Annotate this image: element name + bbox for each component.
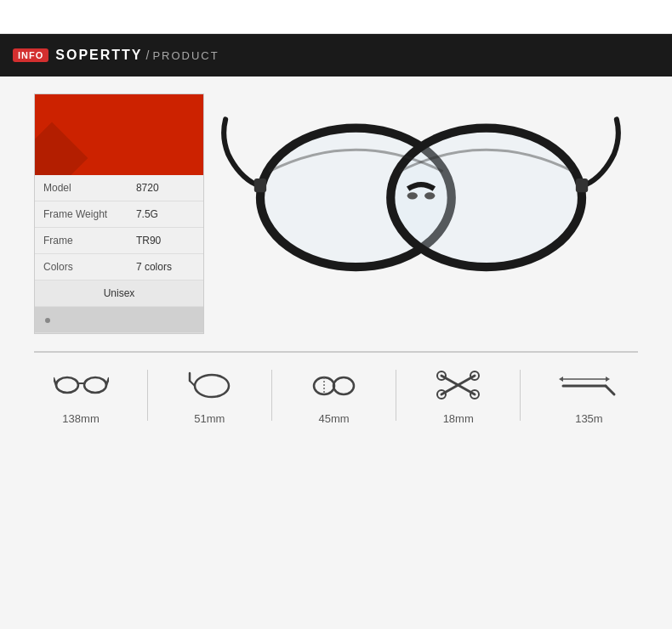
svg-marker-28 — [606, 377, 610, 382]
lens-value: 45mm — [318, 412, 349, 425]
table-row: Unisex — [35, 280, 203, 307]
divider — [271, 370, 272, 421]
table-row — [35, 307, 203, 333]
svg-rect-4 — [254, 178, 266, 192]
measurement-item-width: 138mm — [54, 366, 109, 425]
glasses-bridge-icon — [435, 366, 481, 404]
svg-point-2 — [407, 192, 418, 199]
spec-value: 8720 — [128, 175, 203, 201]
svg-line-9 — [54, 378, 56, 385]
brand-name: SOPERTTY — [55, 48, 142, 63]
info-badge: INFO — [13, 48, 48, 62]
table-row: Frame TR90 — [35, 228, 203, 254]
spec-label: Frame — [35, 228, 128, 254]
measurement-item-depth: 51mm — [186, 366, 233, 425]
bridge-value: 18mm — [443, 412, 474, 425]
measurement-item-lens: 45mm — [310, 366, 357, 425]
main-content: Model 8720 Frame Weight 7.5G Frame TR90 … — [0, 76, 672, 629]
spec-value: 7 colors — [128, 254, 203, 280]
header: INFO SOPERTTY / PRODUCT — [0, 34, 672, 76]
svg-line-25 — [606, 386, 614, 394]
glasses-arm-icon — [559, 366, 618, 404]
divider — [520, 370, 521, 421]
table-row: Frame Weight 7.5G — [35, 201, 203, 228]
svg-point-7 — [84, 377, 106, 393]
depth-value: 51mm — [194, 412, 225, 425]
arm-value: 135m — [575, 412, 603, 425]
spec-value: 7.5G — [128, 201, 203, 228]
info-card: Model 8720 Frame Weight 7.5G Frame TR90 … — [34, 94, 204, 334]
top-bar — [0, 0, 672, 34]
measurement-item-bridge: 18mm — [435, 366, 481, 425]
svg-point-15 — [333, 377, 354, 394]
spec-label: Colors — [35, 254, 128, 280]
spec-value: TR90 — [128, 228, 203, 254]
svg-line-10 — [106, 378, 109, 385]
spec-unisex: Unisex — [35, 280, 203, 307]
glasses-image — [221, 102, 621, 293]
svg-point-11 — [195, 375, 229, 397]
spec-dot — [35, 307, 203, 333]
table-row: Model 8720 — [35, 175, 203, 201]
product-section: Model 8720 Frame Weight 7.5G Frame TR90 … — [0, 76, 672, 351]
svg-line-12 — [190, 381, 195, 386]
divider — [396, 370, 396, 421]
glasses-width-icon — [54, 366, 109, 404]
spec-label: Frame Weight — [35, 201, 128, 228]
header-slash: / — [146, 48, 150, 62]
table-row: Colors 7 colors — [35, 254, 203, 280]
product-label: PRODUCT — [152, 49, 219, 62]
svg-point-3 — [424, 192, 435, 199]
measurement-item-arm: 135m — [559, 366, 618, 425]
measurements-section: 138mm 51mm — [34, 351, 638, 425]
svg-marker-27 — [559, 377, 563, 382]
spec-table: Model 8720 Frame Weight 7.5G Frame TR90 … — [35, 175, 203, 333]
product-color-swatch — [35, 94, 203, 175]
spec-label: Model — [35, 175, 128, 201]
svg-point-6 — [56, 377, 78, 393]
width-value: 138mm — [62, 412, 99, 425]
svg-rect-5 — [576, 178, 588, 192]
product-image-area — [204, 94, 638, 302]
glasses-depth-icon — [186, 366, 233, 404]
divider — [147, 370, 148, 421]
glasses-lens-icon — [310, 366, 357, 404]
